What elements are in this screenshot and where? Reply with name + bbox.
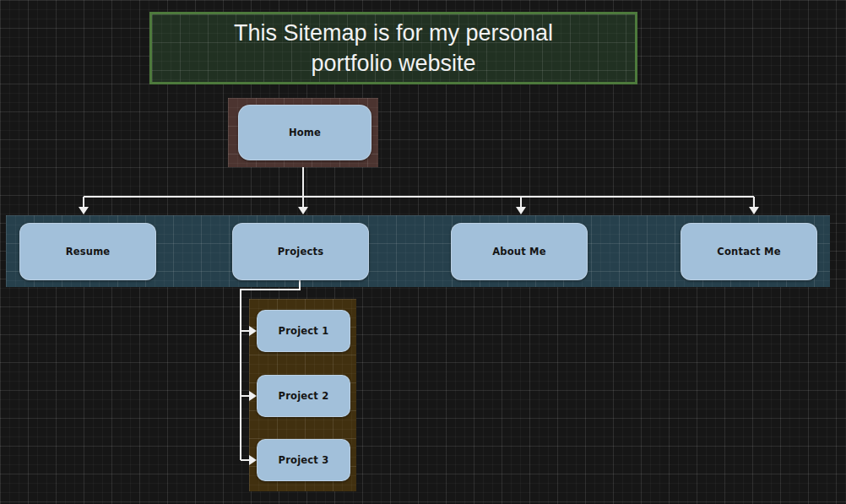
arrowhead-contact bbox=[749, 207, 759, 214]
title-box[interactable]: This Sitemap is for my personal portfoli… bbox=[149, 12, 637, 84]
node-resume-label: Resume bbox=[66, 246, 111, 257]
arrowhead-about bbox=[516, 207, 526, 214]
node-project-2[interactable]: Project 2 bbox=[257, 375, 350, 417]
node-project-3[interactable]: Project 3 bbox=[257, 439, 350, 481]
node-projects[interactable]: Projects bbox=[232, 223, 369, 280]
node-about-me-label: About Me bbox=[492, 246, 546, 257]
node-project-1[interactable]: Project 1 bbox=[257, 310, 350, 352]
diagram-canvas: This Sitemap is for my personal portfoli… bbox=[0, 0, 846, 504]
title-line-1: This Sitemap is for my personal bbox=[152, 18, 635, 48]
arrowhead-resume bbox=[79, 207, 89, 214]
node-home-label: Home bbox=[289, 127, 321, 138]
node-about-me[interactable]: About Me bbox=[451, 223, 588, 280]
node-resume[interactable]: Resume bbox=[19, 223, 156, 280]
node-project-2-label: Project 2 bbox=[279, 390, 329, 402]
node-home[interactable]: Home bbox=[238, 105, 371, 160]
arrowhead-projects bbox=[298, 207, 308, 214]
node-project-1-label: Project 1 bbox=[279, 325, 329, 337]
title-line-2: portfolio website bbox=[152, 48, 635, 79]
node-project-3-label: Project 3 bbox=[279, 454, 329, 466]
node-projects-label: Projects bbox=[278, 246, 324, 257]
node-contact-me[interactable]: Contact Me bbox=[681, 223, 817, 280]
node-contact-me-label: Contact Me bbox=[717, 246, 780, 257]
